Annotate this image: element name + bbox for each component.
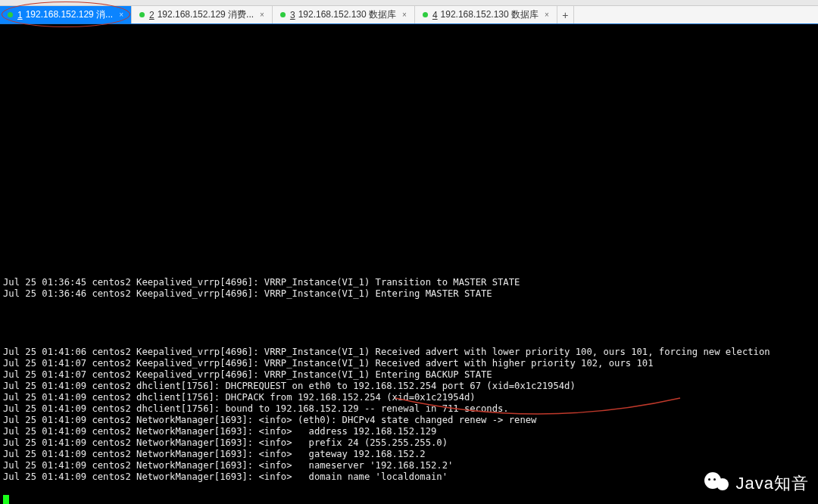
close-icon[interactable]: × xyxy=(113,11,123,19)
status-dot-icon xyxy=(280,12,286,17)
status-dot-icon xyxy=(8,12,13,17)
tab-4[interactable]: 4 192.168.152.130 数据库 × xyxy=(415,6,557,23)
wechat-bubble-icon xyxy=(703,469,730,496)
close-icon[interactable]: × xyxy=(254,11,264,19)
add-tab-button[interactable]: + xyxy=(557,6,574,23)
tab-number: 3 xyxy=(290,10,295,20)
watermark-text: Java知音 xyxy=(736,478,809,489)
tab-number: 4 xyxy=(432,10,438,20)
tab-label: 192.168.152.130 数据库 xyxy=(441,8,539,21)
terminal-output[interactable]: Jul 25 01:36:45 centos2 Keepalived_vrrp[… xyxy=(0,24,818,504)
tab-label: 192.168.152.130 数据库 xyxy=(298,8,396,21)
tab-1[interactable]: 1 192.168.152.129 消... × xyxy=(0,6,132,23)
status-dot-icon xyxy=(423,12,428,17)
tab-number: 1 xyxy=(17,10,23,20)
close-icon[interactable]: × xyxy=(396,11,407,19)
status-dot-icon xyxy=(139,12,145,17)
terminal-cursor-icon xyxy=(3,495,9,504)
tab-2[interactable]: 2 192.168.152.129 消费... × xyxy=(132,6,273,23)
log-block-master: Jul 25 01:36:45 centos2 Keepalived_vrrp[… xyxy=(3,277,520,300)
watermark: Java知音 xyxy=(703,469,809,496)
tab-label: 192.168.152.129 消... xyxy=(26,8,113,21)
log-block-backup: Jul 25 01:41:06 centos2 Keepalived_vrrp[… xyxy=(3,347,770,483)
close-icon[interactable]: × xyxy=(539,11,549,19)
window-titlebar-fragment xyxy=(0,0,818,6)
tab-number: 2 xyxy=(149,10,155,20)
tab-bar: 1 192.168.152.129 消... × 2 192.168.152.1… xyxy=(0,6,818,24)
tab-label: 192.168.152.129 消费... xyxy=(158,8,254,21)
tab-3[interactable]: 3 192.168.152.130 数据库 × xyxy=(273,6,415,23)
